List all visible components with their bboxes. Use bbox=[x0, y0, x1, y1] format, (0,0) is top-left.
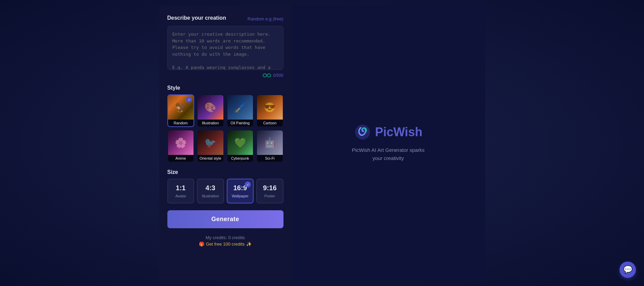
style-section: Style 🦅 Random ✓ 🎨 Illustration 🖌️ Oil P… bbox=[167, 85, 283, 162]
right-panel: PicWish PicWish AI Art Generator sparksy… bbox=[292, 5, 485, 281]
size-label-9-16: Poster bbox=[264, 194, 275, 198]
checkmark-random: ✓ bbox=[186, 96, 192, 103]
style-card-cartoon[interactable]: 😎 Cartoon bbox=[256, 94, 283, 127]
gift-icon: 🎁 bbox=[199, 242, 204, 247]
random-link[interactable]: Random e.g (free) bbox=[247, 16, 283, 21]
size-section: Size 1:1 Avatar 4:3 Illustration ✓ 16:9 … bbox=[167, 169, 283, 203]
style-card-scifi[interactable]: 🤖 Sci-Fi bbox=[256, 130, 283, 162]
sparkle-icon: ✨ bbox=[246, 242, 252, 247]
style-label-oil-painting: Oil Painting bbox=[227, 120, 253, 126]
picwish-logo-icon bbox=[354, 124, 371, 141]
size-card-4-3[interactable]: 4:3 Illustration bbox=[197, 179, 224, 203]
free-credits-link[interactable]: 🎁 Get free 100 credits ✨ bbox=[199, 242, 251, 247]
char-count-row: 0/500 bbox=[167, 73, 283, 78]
char-count: 0/500 bbox=[273, 73, 283, 78]
chat-icon: 💬 bbox=[623, 265, 632, 274]
style-card-oriental[interactable]: 🐦 Oriental style bbox=[197, 130, 224, 162]
description-section: Describe your creation Random e.g (free)… bbox=[167, 15, 283, 78]
style-label-scifi: Sci-Fi bbox=[257, 155, 283, 162]
size-ratio-9-16: 9:16 bbox=[263, 184, 277, 192]
style-card-cyberpunk[interactable]: 💚 Cyberpunk bbox=[227, 130, 254, 162]
description-input[interactable] bbox=[167, 26, 283, 70]
size-label-1-1: Avatar bbox=[175, 194, 186, 198]
description-header: Describe your creation Random e.g (free) bbox=[167, 15, 283, 22]
style-label-anime: Anime bbox=[168, 155, 194, 162]
checkmark-16-9: ✓ bbox=[245, 181, 251, 187]
style-card-illustration[interactable]: 🎨 Illustration bbox=[197, 94, 224, 127]
style-label-random: Random bbox=[168, 120, 194, 126]
style-grid: 🦅 Random ✓ 🎨 Illustration 🖌️ Oil Paintin… bbox=[167, 94, 283, 162]
style-card-anime[interactable]: 🌸 Anime bbox=[167, 130, 195, 162]
svg-point-0 bbox=[355, 125, 370, 140]
credits-text: My credits: 0 credits bbox=[206, 235, 245, 240]
main-container: Describe your creation Random e.g (free)… bbox=[159, 5, 485, 281]
size-label-16-9: Wallpaper bbox=[232, 194, 249, 198]
left-panel: Describe your creation Random e.g (free)… bbox=[159, 5, 292, 281]
size-card-1-1[interactable]: 1:1 Avatar bbox=[167, 179, 195, 203]
size-card-9-16[interactable]: 9:16 Poster bbox=[256, 179, 283, 203]
style-label-illustration: Illustration bbox=[198, 120, 223, 126]
size-title: Size bbox=[167, 169, 178, 175]
size-grid: 1:1 Avatar 4:3 Illustration ✓ 16:9 Wallp… bbox=[167, 179, 283, 203]
loop-icon bbox=[263, 73, 271, 78]
logo-text: PicWish bbox=[375, 125, 423, 139]
description-title: Describe your creation bbox=[167, 15, 226, 21]
style-title: Style bbox=[167, 85, 180, 91]
logo-area: PicWish bbox=[354, 124, 423, 141]
credits-section: My credits: 0 credits 🎁 Get free 100 cre… bbox=[167, 235, 283, 247]
size-label-4-3: Illustration bbox=[202, 194, 219, 198]
size-ratio-4-3: 4:3 bbox=[205, 184, 215, 192]
style-label-cartoon: Cartoon bbox=[257, 120, 283, 126]
style-label-oriental: Oriental style bbox=[198, 155, 223, 162]
size-card-16-9[interactable]: ✓ 16:9 Wallpaper bbox=[227, 179, 254, 203]
style-card-random[interactable]: 🦅 Random ✓ bbox=[167, 94, 195, 127]
style-card-oil-painting[interactable]: 🖌️ Oil Painting bbox=[227, 94, 254, 127]
size-ratio-1-1: 1:1 bbox=[176, 184, 186, 192]
generate-button[interactable]: Generate bbox=[167, 210, 283, 228]
style-label-cyberpunk: Cyberpunk bbox=[227, 155, 253, 162]
logo-tagline: PicWish AI Art Generator sparksyour crea… bbox=[352, 146, 424, 162]
chat-bubble-button[interactable]: 💬 bbox=[620, 262, 636, 278]
